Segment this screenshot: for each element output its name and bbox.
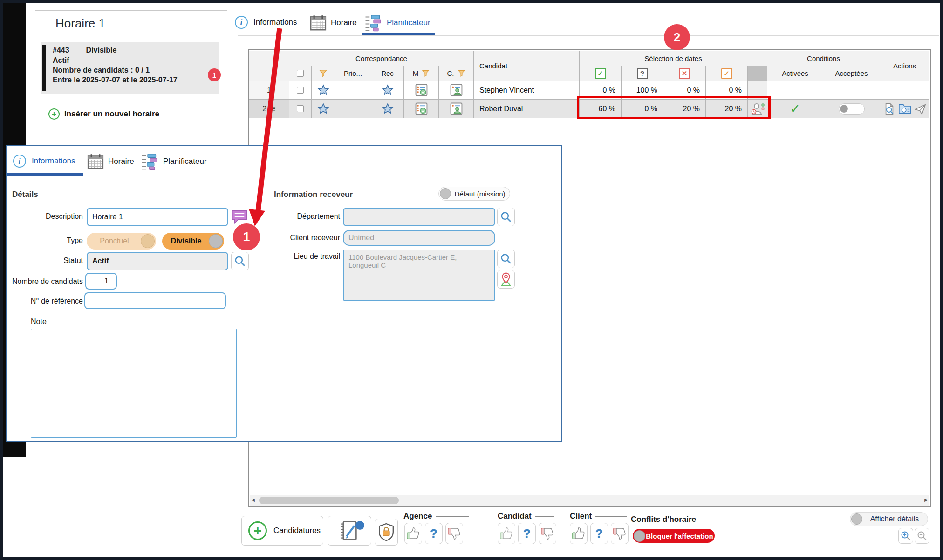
zoom-in-button[interactable] [898,528,913,544]
header-col-prio[interactable]: Prio... [335,66,371,81]
departement-search-button[interactable] [497,208,515,226]
client-unknown-button[interactable]: ? [590,523,608,544]
notes-button[interactable] [328,516,371,546]
popup-tab-horaire[interactable]: Horaire [87,153,134,170]
col-c-label: C. [447,69,454,77]
reference-input[interactable] [84,292,226,309]
row-checkbox[interactable] [289,100,312,118]
candidate-name[interactable]: Robert Duval [474,100,580,118]
header-col-rec[interactable]: Rec [371,66,404,81]
departement-input[interactable] [343,208,495,226]
agence-approve-button[interactable] [404,523,422,544]
planner-tab-horaire[interactable]: Horaire [309,14,357,32]
info-icon: i [13,155,26,168]
mission-cell[interactable] [404,100,439,118]
lieu-map-button[interactable] [497,270,515,289]
header-dates-pending[interactable]: ✓ [706,66,748,81]
callout-badge-2: 2 [664,24,690,50]
search-folder-icon[interactable] [898,103,911,115]
mission-list-icon [415,84,428,96]
scrollbar-thumb[interactable] [259,497,399,504]
nb-candidats-input[interactable] [85,273,117,290]
candidate-file-cell[interactable] [439,100,474,118]
priority-star-cell[interactable] [312,100,335,118]
sidebar-title-divider [45,38,221,38]
plus-circle-icon: + [48,108,60,120]
rec-star-cell[interactable] [371,100,404,118]
lieu-travail-textarea[interactable]: 1100 Boulevard Jacques-Cartier E, Longue… [343,250,495,301]
client-receveur-input[interactable] [343,230,495,246]
candidate-name[interactable]: Stephen Vincent [474,81,580,100]
zoom-in-icon [900,530,911,541]
header-filter-cell[interactable] [312,66,335,81]
scroll-left-arrow[interactable]: ◄ [251,497,256,503]
calendar-icon [87,153,104,170]
actions-cell [880,100,929,118]
horizontal-scrollbar[interactable]: ◄ ► [250,495,929,506]
filter-funnel-icon [422,69,430,77]
popup-tabs-separator [7,176,561,176]
zoom-out-button[interactable] [915,528,929,544]
popup-tab-planificateur[interactable]: Planificateur [141,153,207,170]
preview-document-icon[interactable] [883,103,895,115]
candidatures-button[interactable]: + Candidatures [241,516,323,546]
statut-input[interactable] [87,252,228,270]
header-select-all-checkbox[interactable] [289,66,312,81]
header-dates-confirmed[interactable]: ✓ [580,66,622,81]
orange-check-box-icon: ✓ [721,68,732,79]
schedule-card[interactable]: #443 Divisible Actif Nombre de candidats… [41,42,219,94]
insert-schedule-link[interactable]: + Insérer un nouvel horaire [48,108,159,120]
priority-star-cell[interactable] [312,81,335,100]
header-col-candidat[interactable]: Candidat [474,51,580,81]
type-divisible-toggle[interactable]: Divisible [162,233,224,250]
security-button[interactable] [375,519,398,546]
prio-cell[interactable] [335,100,371,118]
mission-cell[interactable] [404,81,439,100]
thumb-down-icon [613,527,627,540]
rec-star-cell[interactable] [371,81,404,100]
note-textarea[interactable] [31,329,237,438]
schedule-id: #443 [53,46,69,54]
red-cross-box-icon: ✕ [679,68,690,79]
row-number[interactable]: 1 [249,81,289,100]
client-refuse-button[interactable] [611,523,629,544]
candidat-approve-button[interactable] [498,523,515,544]
planner-tab-informations[interactable]: i Informations [235,16,297,29]
tab-label: Horaire [331,18,357,27]
callout-badge-1: 1 [233,223,260,250]
popup-tab-informations[interactable]: i Informations [13,155,75,168]
defaut-mission-toggle[interactable]: Défaut (mission) [438,187,510,201]
header-col-acceptees[interactable]: Acceptées [823,66,880,81]
planner-tab-planificateur[interactable]: Planificateur [364,14,430,32]
details-divider [45,195,265,195]
statut-search-button[interactable] [231,252,249,270]
conditions-acceptees-cell[interactable] [823,100,880,118]
client-approve-button[interactable] [570,523,588,544]
afficher-details-toggle[interactable]: Afficher détails [850,512,928,526]
scroll-right-arrow[interactable]: ► [923,497,929,503]
candidat-refuse-button[interactable] [539,523,556,544]
send-icon[interactable] [914,103,926,115]
agence-refuse-button[interactable] [445,523,463,544]
tab-label: Horaire [108,157,134,166]
candidat-unknown-button[interactable]: ? [518,523,536,544]
row-checkbox[interactable] [289,81,312,100]
green-check-icon: ✓ [790,101,800,116]
prio-cell[interactable] [335,81,371,100]
header-col-c[interactable]: C. [439,66,474,81]
header-dates-unknown[interactable]: ? [622,66,663,81]
agence-unknown-button[interactable]: ? [425,523,443,544]
header-col-activees[interactable]: Activées [767,66,823,81]
description-input[interactable] [87,208,228,226]
bloquer-affectation-toggle[interactable]: Bloquer l'affectation [633,529,715,543]
hamburger-icon: ≡ [270,103,276,114]
header-dates-refused[interactable]: ✕ [663,66,706,81]
lieu-search-button[interactable] [497,250,515,268]
header-col-m[interactable]: M [404,66,439,81]
thumb-up-icon [572,527,586,540]
candidate-file-cell[interactable] [439,81,474,100]
insert-schedule-label: Insérer un nouvel horaire [64,109,159,119]
row-number[interactable]: 2 ≡ [249,100,289,118]
acceptees-toggle[interactable] [839,103,865,115]
type-ponctuel-toggle[interactable]: Ponctuel [87,233,156,250]
